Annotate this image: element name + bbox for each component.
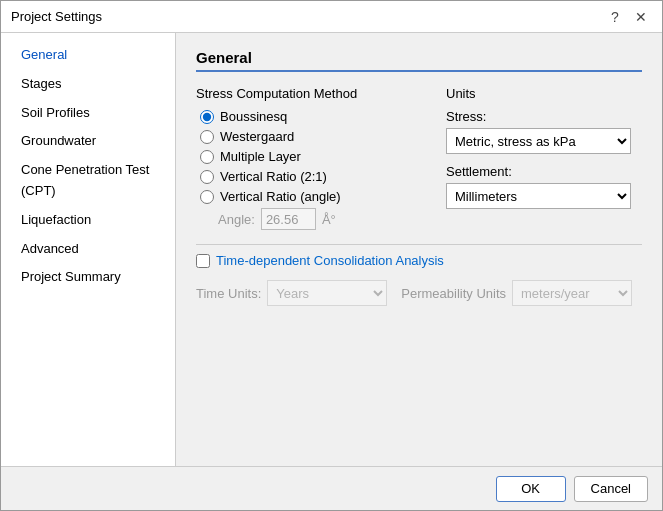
time-perm-row: Time Units: Years Days Hours Permeabilit… bbox=[196, 280, 642, 306]
consolidation-checkbox[interactable] bbox=[196, 254, 210, 268]
settlement-select[interactable]: Millimeters Centimeters Meters Inches Fe… bbox=[446, 183, 631, 209]
time-units-select: Years Days Hours bbox=[267, 280, 387, 306]
sidebar-item-stages[interactable]: Stages bbox=[1, 70, 175, 99]
sidebar-item-advanced[interactable]: Advanced bbox=[1, 235, 175, 264]
title-bar-left: Project Settings bbox=[11, 9, 102, 24]
angle-unit: Å° bbox=[322, 212, 336, 227]
dialog-body: General Stages Soil Profiles Groundwater… bbox=[1, 33, 662, 466]
radio-multiple-layer-label: Multiple Layer bbox=[220, 149, 301, 164]
settlement-unit-group: Settlement: Millimeters Centimeters Mete… bbox=[446, 164, 646, 209]
sidebar-item-groundwater[interactable]: Groundwater bbox=[1, 127, 175, 156]
close-button[interactable]: ✕ bbox=[630, 6, 652, 28]
stress-unit-group: Stress: Metric, stress as kPa Metric, st… bbox=[446, 109, 646, 154]
dialog-title: Project Settings bbox=[11, 9, 102, 24]
stress-unit-label: Stress: bbox=[446, 109, 646, 124]
time-units-group: Time Units: Years Days Hours bbox=[196, 280, 387, 306]
radio-group: Boussinesq Westergaard Multiple Layer bbox=[200, 109, 416, 204]
content-row: Stress Computation Method Boussinesq Wes… bbox=[196, 86, 642, 230]
permeability-units-group: Permeability Units meters/year cm/sec m/… bbox=[401, 280, 632, 306]
radio-vertical-ratio-2-1-label: Vertical Ratio (2:1) bbox=[220, 169, 327, 184]
radio-vertical-ratio-angle[interactable]: Vertical Ratio (angle) bbox=[200, 189, 416, 204]
project-settings-dialog: Project Settings ? ✕ General Stages Soil… bbox=[0, 0, 663, 511]
time-units-label: Time Units: bbox=[196, 286, 261, 301]
radio-westergaard-label: Westergaard bbox=[220, 129, 294, 144]
sidebar: General Stages Soil Profiles Groundwater… bbox=[1, 33, 176, 466]
permeability-units-label: Permeability Units bbox=[401, 286, 506, 301]
angle-row: Angle: Å° bbox=[218, 208, 416, 230]
help-button[interactable]: ? bbox=[604, 6, 626, 28]
units-section: Units Stress: Metric, stress as kPa Metr… bbox=[446, 86, 646, 230]
radio-vertical-ratio-angle-label: Vertical Ratio (angle) bbox=[220, 189, 341, 204]
sidebar-item-cpt[interactable]: Cone Penetration Test (CPT) bbox=[1, 156, 175, 206]
consolidation-label[interactable]: Time-dependent Consolidation Analysis bbox=[216, 253, 444, 268]
section-title: General bbox=[196, 49, 642, 72]
units-group-label: Units bbox=[446, 86, 646, 101]
angle-input[interactable] bbox=[261, 208, 316, 230]
stress-computation-section: Stress Computation Method Boussinesq Wes… bbox=[196, 86, 416, 230]
title-bar: Project Settings ? ✕ bbox=[1, 1, 662, 33]
cancel-button[interactable]: Cancel bbox=[574, 476, 648, 502]
radio-westergaard[interactable]: Westergaard bbox=[200, 129, 416, 144]
ok-button[interactable]: OK bbox=[496, 476, 566, 502]
sidebar-item-soil-profiles[interactable]: Soil Profiles bbox=[1, 99, 175, 128]
sidebar-item-liquefaction[interactable]: Liquefaction bbox=[1, 206, 175, 235]
settlement-unit-label: Settlement: bbox=[446, 164, 646, 179]
main-content: General Stress Computation Method Boussi… bbox=[176, 33, 662, 466]
radio-multiple-layer[interactable]: Multiple Layer bbox=[200, 149, 416, 164]
permeability-units-select: meters/year cm/sec m/sec bbox=[512, 280, 632, 306]
radio-vertical-ratio-2-1[interactable]: Vertical Ratio (2:1) bbox=[200, 169, 416, 184]
sidebar-item-general[interactable]: General bbox=[1, 41, 175, 70]
stress-group-label: Stress Computation Method bbox=[196, 86, 416, 101]
sidebar-item-project-summary[interactable]: Project Summary bbox=[1, 263, 175, 292]
footer: OK Cancel bbox=[1, 466, 662, 510]
radio-boussinesq[interactable]: Boussinesq bbox=[200, 109, 416, 124]
angle-label: Angle: bbox=[218, 212, 255, 227]
consolidation-row: Time-dependent Consolidation Analysis bbox=[196, 244, 642, 274]
stress-select[interactable]: Metric, stress as kPa Metric, stress as … bbox=[446, 128, 631, 154]
title-bar-right: ? ✕ bbox=[604, 6, 652, 28]
radio-boussinesq-label: Boussinesq bbox=[220, 109, 287, 124]
